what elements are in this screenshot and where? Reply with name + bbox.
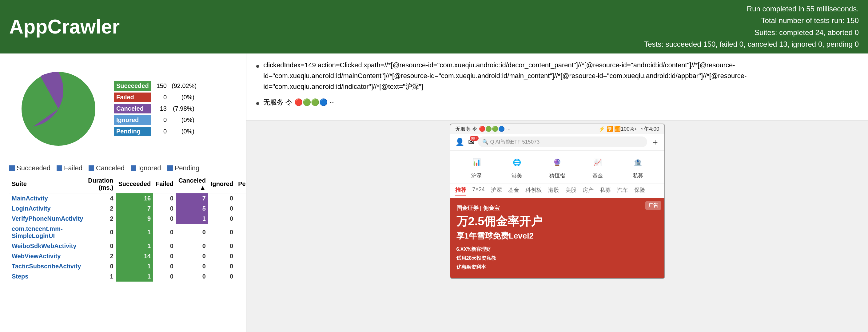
cell-duration: 0 [86,261,116,271]
col-succeeded[interactable]: Succeeded [116,175,154,193]
cell-canceled: 5 [176,203,208,214]
cell-suite: WeiboSdkWebActivity [9,241,86,251]
cell-canceled: 0 [176,224,208,241]
phone-icon-hushen: 📊 [467,155,486,170]
run-stats: Run completed in 55 milliseconds. Total … [644,3,859,51]
checkbox-ignored[interactable] [131,165,136,171]
phone-tab-hushen[interactable]: 沪深 [491,186,502,196]
cell-duration: 2 [86,203,116,214]
log-panel: ● clickedIndex=149 action=Clicked xpath=… [246,54,868,120]
legend-canceled: Canceled 13 (7.98%) [114,104,197,113]
phone-message-icon[interactable]: ✉ 99+ [468,138,474,146]
phone-tab-ganggu[interactable]: 港股 [548,186,559,196]
phone-menu-label-caihengzhi: 猜恒指 [549,172,565,179]
col-ignored[interactable]: Ignored [208,175,236,193]
cell-suite: MainActivity [9,193,86,203]
col-duration[interactable]: Duration (ms.) [86,175,116,193]
legend-color-canceled: Canceled [114,104,151,113]
table-row[interactable]: WebViewActivity 2 14 0 0 0 0 14 [9,251,284,261]
table-row[interactable]: com.tencent.mm-SimpleLoginUI 0 1 0 0 0 0… [9,224,284,241]
phone-menu-label-gangmei: 港美 [512,172,522,179]
col-canceled[interactable]: Canceled ▲ [176,175,208,193]
phone-status-left: 无服务 令 🔴🟢🟢🔵 ··· [455,125,510,132]
phone-icon-simu: 🏦 [629,155,647,170]
cell-duration: 2 [86,251,116,261]
filter-label-failed: Failed [64,164,83,172]
legend-pct-succeeded: (92.02%) [169,81,197,91]
phone-menu-simu[interactable]: 🏦 私募 [629,155,647,179]
col-suite[interactable]: Suite [9,175,86,193]
phone-tab-meigu[interactable]: 美股 [565,186,577,196]
table-row[interactable]: TacticSubscribeActivity 0 1 0 0 0 0 1 [9,261,284,271]
col-failed[interactable]: Failed [153,175,176,193]
phone-tab-simu2[interactable]: 私募 [600,186,611,196]
cell-succeeded: 1 [116,224,154,241]
cell-failed: 0 [153,271,176,281]
table-row[interactable]: Steps 1 1 0 0 0 0 1 [9,271,284,281]
phone-avatar-icon[interactable]: 👤 [455,138,464,146]
stat-line3: Suites: completed 24, aborted 0 [644,27,859,38]
checkbox-pending[interactable] [167,165,173,171]
phone-tab-jijin[interactable]: 基金 [508,186,519,196]
legend-pct-ignored: (0%) [169,115,197,125]
table-row[interactable]: WeiboSdkWebActivity 0 1 0 0 0 0 1 [9,241,284,251]
cell-failed: 0 [153,214,176,224]
left-panel: Succeeded 150 (92.02%) Failed 0 (0%) Can… [0,54,246,332]
phone-search-box[interactable]: 🔍 Q AI智能ETF 515073 [478,136,647,147]
phone-frame: 无服务 令 🔴🟢🟢🔵 ··· ⚡ 🛜 📶100%+ 下午4:00 👤 ✉ 99+… [450,124,665,279]
filter-label-succeeded: Succeeded [17,164,51,172]
phone-tab-fangchan[interactable]: 房产 [583,186,594,196]
phone-add-icon[interactable]: ＋ [651,136,659,148]
phone-nav-bar: 👤 ✉ 99+ 🔍 Q AI智能ETF 515073 ＋ [450,134,664,151]
legend-count-failed: 0 [151,93,169,102]
phone-tab-kechuangban[interactable]: 科创板 [525,186,542,196]
results-table: Suite Duration (ms.) Succeeded Failed Ca… [9,175,284,281]
filter-pending[interactable]: Pending [167,164,199,172]
legend-count-succeeded: 150 [151,81,169,91]
phone-menu-caihengzhi[interactable]: 🔮 猜恒指 [548,155,566,179]
legend-pending: Pending 0 (0%) [114,127,197,136]
phone-ad-content: 国金证券 | 佣金宝 万2.5佣金率开户 享1年雪球免费Level2 6.XX%… [457,204,658,271]
cell-canceled: 0 [176,261,208,271]
legend-ignored: Ignored 0 (0%) [114,115,197,125]
pie-chart [16,66,101,152]
app-header: AppCrawler Run completed in 55 milliseco… [0,0,868,54]
legend-count-canceled: 13 [151,104,169,113]
checkbox-failed[interactable] [57,165,62,171]
chart-legend: Succeeded 150 (92.02%) Failed 0 (0%) Can… [114,81,197,136]
phone-tab-qiche[interactable]: 汽车 [617,186,628,196]
filter-ignored[interactable]: Ignored [131,164,161,172]
table-row[interactable]: VerifyPhoneNumActivity 2 9 0 1 0 0 10 [9,214,284,224]
filter-succeeded[interactable]: Succeeded [9,164,51,172]
legend-color-ignored: Ignored [114,115,151,125]
checkbox-canceled[interactable] [89,165,94,171]
cell-succeeded: 14 [116,251,154,261]
phone-tab-tuijian[interactable]: 推荐 [455,186,466,196]
phone-menu-gangmei[interactable]: 🌐 港美 [507,155,526,179]
log-entry-2: ● 无服务 令 🔴🟢🟢🔵 ··· [256,97,859,109]
cell-failed: 0 [153,193,176,203]
phone-icon-jijin: 📈 [588,155,607,170]
cell-duration: 0 [86,224,116,241]
cell-succeeded: 1 [116,261,154,271]
filter-canceled[interactable]: Canceled [89,164,125,172]
cell-canceled: 0 [176,271,208,281]
phone-icon-caihengzhi: 🔮 [548,155,566,170]
phone-ad-feature3: 优惠融资利率 [457,263,658,272]
phone-tab-baoxian[interactable]: 保险 [634,186,645,196]
table-row[interactable]: LoginActivity 2 7 0 5 0 0 12 [9,203,284,214]
cell-canceled: 0 [176,251,208,261]
phone-status-right: ⚡ 🛜 📶100%+ 下午4:00 [598,125,659,132]
phone-ad-company: 国金证券 | 佣金宝 [457,204,658,212]
phone-menu-jijin[interactable]: 📈 基金 [588,155,607,179]
checkbox-succeeded[interactable] [9,165,15,171]
phone-screenshot-area: 无服务 令 🔴🟢🟢🔵 ··· ⚡ 🛜 📶100%+ 下午4:00 👤 ✉ 99+… [246,120,868,332]
table-row[interactable]: MainActivity 4 16 0 7 0 0 23 [9,193,284,203]
cell-ignored: 0 [208,224,236,241]
filter-failed[interactable]: Failed [57,164,83,172]
phone-tab-7x24[interactable]: 7×24 [472,186,485,196]
phone-ad-feature1: 6.XX%新客理财 [457,245,658,254]
cell-canceled: 7 [176,193,208,203]
phone-menu-hushhen[interactable]: 📊 沪深 [467,155,486,179]
filter-label-ignored: Ignored [138,164,161,172]
